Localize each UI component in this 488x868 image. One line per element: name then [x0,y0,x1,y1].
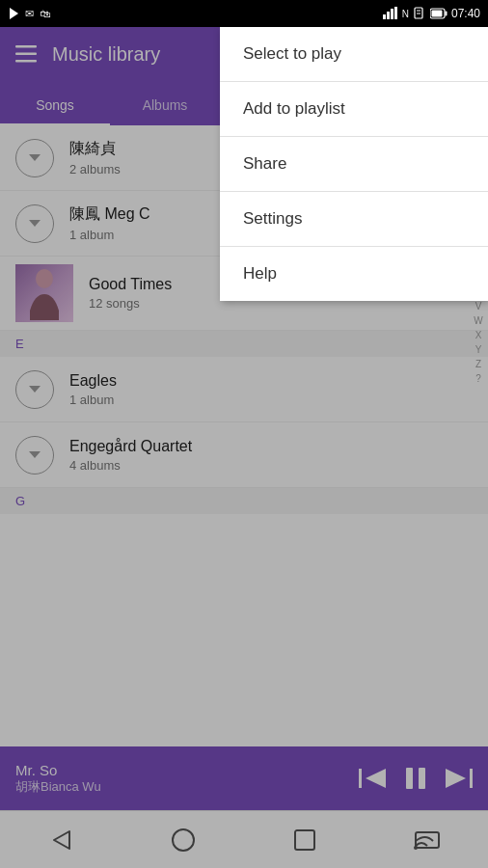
time-display: 07:40 [451,7,480,20]
nfc-icon: N [402,9,409,19]
play-status-icon [8,7,19,20]
settings-item[interactable]: Settings [220,192,488,247]
status-bar-right: N 07:40 [383,7,480,20]
add-to-playlist-item[interactable]: Add to playlist [220,82,488,137]
svg-rect-10 [431,11,442,17]
file-icon [413,7,426,20]
select-to-play-item[interactable]: Select to play [220,27,488,82]
gmail-icon: ✉ [25,8,34,20]
svg-rect-3 [391,9,393,19]
bag-icon: 🛍 [40,8,50,19]
battery-icon [430,8,447,19]
status-bar-left: ✉ 🛍 [8,7,50,20]
svg-rect-9 [445,12,447,16]
help-item[interactable]: Help [220,247,488,301]
signal-icon [383,7,398,20]
share-item[interactable]: Share [220,137,488,192]
svg-rect-4 [394,7,397,19]
svg-rect-1 [383,14,386,19]
dropdown-menu: Select to play Add to playlist Share Set… [220,27,488,301]
svg-marker-0 [10,8,18,19]
status-bar: ✉ 🛍 N 07:40 [0,0,488,27]
svg-rect-2 [387,12,390,19]
